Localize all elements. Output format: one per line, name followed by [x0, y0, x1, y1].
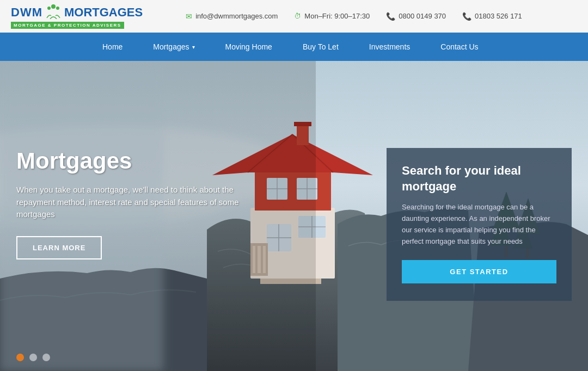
nav-home[interactable]: Home: [87, 33, 138, 61]
logo-text: DWM MORTGAGES: [11, 4, 143, 21]
logo-dwm: DWM: [11, 5, 42, 20]
svg-point-2: [56, 7, 59, 10]
nav-mortgages[interactable]: Mortgages ▾: [138, 33, 210, 61]
email-icon: ✉: [186, 12, 192, 21]
panel-title: Search for your ideal mortgage: [402, 163, 556, 194]
logo-subtitle: MORTGAGE & PROTECTION ADVISERS: [11, 22, 124, 29]
phone2-contact: 📞 01803 526 171: [462, 12, 522, 21]
hours-contact: ⏱ Mon–Fri: 9:00–17:30: [294, 12, 370, 20]
svg-point-1: [47, 7, 51, 10]
clock-icon: ⏱: [294, 12, 301, 20]
carousel-dot-1[interactable]: [16, 354, 24, 361]
panel-description: Searching for the ideal mortgage can be …: [402, 202, 556, 247]
phone-number-2: 01803 526 171: [475, 12, 522, 20]
email-contact: ✉ info@dwmmortgages.com: [186, 12, 278, 21]
hero-description: When you take out a mortgage, we'll need…: [16, 184, 256, 221]
phone-icon-1: 📞: [386, 12, 395, 21]
carousel-dot-3[interactable]: [42, 354, 50, 361]
get-started-button[interactable]: GET STARTED: [402, 260, 556, 283]
phone-number-1: 0800 0149 370: [399, 12, 446, 20]
hero-left-content: Mortgages When you take out a mortgage, …: [16, 148, 256, 259]
svg-point-0: [51, 4, 56, 9]
nav-contact-us[interactable]: Contact Us: [425, 33, 493, 61]
hero-right-panel: Search for your ideal mortgage Searching…: [387, 148, 572, 301]
hero-title: Mortgages: [16, 148, 256, 174]
learn-more-button[interactable]: LEARN MORE: [16, 236, 102, 259]
contact-info: ✉ info@dwmmortgages.com ⏱ Mon–Fri: 9:00–…: [131, 12, 577, 21]
chevron-down-icon: ▾: [192, 44, 195, 50]
hero-section: Mortgages When you take out a mortgage, …: [0, 61, 588, 371]
business-hours: Mon–Fri: 9:00–17:30: [304, 12, 370, 20]
email-address: info@dwmmortgages.com: [195, 12, 278, 20]
top-bar: DWM MORTGAGES MORTGAGE & PROTECTION ADVI…: [0, 0, 588, 33]
nav-moving-home[interactable]: Moving Home: [210, 33, 287, 61]
carousel-dots: [16, 354, 50, 361]
nav-buy-to-let[interactable]: Buy To Let: [287, 33, 354, 61]
logo: DWM MORTGAGES MORTGAGE & PROTECTION ADVI…: [11, 4, 131, 29]
carousel-dot-2[interactable]: [29, 354, 37, 361]
logo-icon: [45, 4, 62, 21]
phone1-contact: 📞 0800 0149 370: [386, 12, 446, 21]
nav-investments[interactable]: Investments: [354, 33, 425, 61]
nav-bar: Home Mortgages ▾ Moving Home Buy To Let …: [0, 33, 588, 61]
phone-icon-2: 📞: [462, 12, 471, 21]
